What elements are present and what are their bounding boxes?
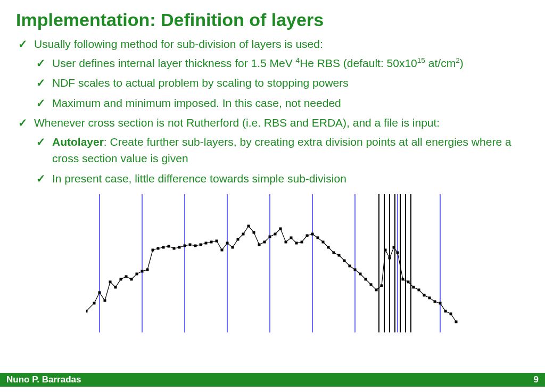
svg-rect-41 [221, 249, 224, 252]
svg-rect-76 [402, 278, 404, 281]
b2a-bold: Autolayer [52, 136, 104, 148]
bullet-1c: Maximum and minimum imposed. In this cas… [34, 95, 529, 112]
svg-rect-51 [274, 233, 277, 236]
svg-rect-17 [93, 302, 96, 305]
b1a-sup2: 15 [417, 56, 425, 64]
b1a-pre: User defines internal layer thickness fo… [52, 57, 296, 69]
svg-rect-59 [317, 237, 319, 239]
svg-rect-68 [365, 278, 367, 281]
svg-rect-61 [327, 246, 330, 249]
svg-rect-50 [269, 236, 271, 238]
svg-rect-53 [285, 241, 287, 244]
svg-rect-28 [152, 249, 154, 252]
svg-rect-21 [114, 286, 117, 289]
svg-rect-49 [263, 241, 266, 244]
b1a-sup1: 4 [296, 56, 300, 64]
svg-rect-62 [333, 252, 335, 254]
svg-rect-23 [125, 276, 128, 278]
chart-container [16, 194, 529, 332]
svg-rect-30 [162, 246, 165, 249]
slide-content: Usually following method for sub-divisio… [0, 36, 545, 392]
svg-rect-72 [384, 249, 387, 252]
bullet-1a: User defines internal layer thickness fo… [34, 55, 529, 72]
b1a-mid2: at/cm [425, 57, 456, 69]
svg-rect-16 [86, 310, 88, 313]
svg-rect-86 [455, 321, 458, 323]
b1a-sup3: 2 [456, 56, 460, 64]
svg-rect-45 [242, 233, 245, 236]
slide: Implementation: Definition of layers Usu… [0, 0, 545, 392]
svg-rect-42 [226, 242, 229, 245]
svg-rect-70 [375, 289, 378, 291]
svg-rect-43 [232, 246, 234, 249]
svg-rect-29 [157, 247, 160, 250]
svg-rect-81 [428, 297, 431, 299]
svg-rect-31 [168, 245, 170, 248]
svg-rect-71 [381, 285, 383, 287]
cross-section-chart [86, 194, 459, 332]
svg-rect-46 [247, 225, 250, 228]
svg-rect-19 [104, 299, 106, 302]
svg-rect-33 [178, 246, 181, 249]
svg-rect-20 [109, 281, 112, 283]
svg-rect-36 [194, 245, 197, 247]
svg-rect-22 [120, 278, 122, 281]
svg-rect-39 [210, 241, 213, 244]
svg-rect-32 [173, 247, 176, 250]
svg-rect-27 [146, 269, 149, 271]
bullet-2: Whenever cross section is not Rutherford… [16, 114, 529, 187]
svg-rect-75 [397, 252, 399, 254]
bullet-2b: In present case, little difference towar… [34, 170, 529, 187]
svg-rect-25 [136, 273, 138, 276]
bullet-2a: Autolayer: Create further sub-layers, by… [34, 134, 529, 167]
b2a-rest: : Create further sub-layers, by creating… [52, 136, 511, 165]
svg-rect-40 [216, 240, 218, 243]
svg-rect-34 [184, 245, 186, 247]
footer-bar: Nuno P. Barradas 9 [0, 373, 545, 387]
svg-rect-24 [130, 278, 133, 281]
svg-rect-56 [301, 241, 303, 244]
svg-rect-26 [141, 270, 144, 273]
b1a-mid: He RBS (default: 50x10 [300, 57, 417, 69]
bullet-2-text: Whenever cross section is not Rutherford… [34, 116, 440, 129]
svg-rect-79 [418, 289, 420, 291]
footer-page: 9 [534, 374, 539, 385]
svg-rect-48 [258, 244, 261, 246]
svg-rect-78 [412, 286, 415, 289]
svg-rect-65 [349, 265, 351, 268]
bullet-1b: NDF scales to actual problem by scaling … [34, 74, 529, 91]
svg-rect-52 [279, 228, 282, 230]
svg-rect-84 [444, 310, 447, 313]
bullet-1: Usually following method for sub-divisio… [16, 36, 529, 111]
svg-rect-44 [237, 238, 240, 241]
svg-rect-55 [295, 242, 298, 245]
svg-rect-54 [290, 237, 293, 239]
slide-title: Implementation: Definition of layers [0, 0, 545, 36]
bullet-1-text: Usually following method for sub-divisio… [34, 38, 323, 50]
svg-rect-37 [200, 244, 202, 246]
svg-rect-18 [98, 291, 101, 294]
svg-rect-35 [189, 244, 192, 246]
svg-rect-82 [434, 301, 436, 303]
svg-rect-77 [407, 281, 410, 283]
svg-rect-57 [306, 235, 309, 237]
svg-rect-67 [359, 273, 362, 276]
svg-rect-73 [389, 257, 391, 260]
b1a-end: ) [460, 57, 464, 69]
svg-rect-69 [370, 283, 373, 286]
svg-rect-60 [322, 241, 325, 244]
svg-rect-66 [354, 269, 357, 271]
svg-rect-85 [450, 313, 452, 315]
svg-rect-38 [205, 242, 208, 245]
svg-rect-47 [253, 231, 255, 234]
svg-rect-74 [393, 246, 395, 249]
svg-rect-83 [439, 302, 442, 305]
svg-rect-58 [311, 233, 314, 236]
svg-rect-64 [343, 260, 346, 262]
footer-author: Nuno P. Barradas [6, 374, 81, 385]
svg-rect-63 [338, 254, 341, 257]
svg-rect-80 [423, 294, 426, 297]
